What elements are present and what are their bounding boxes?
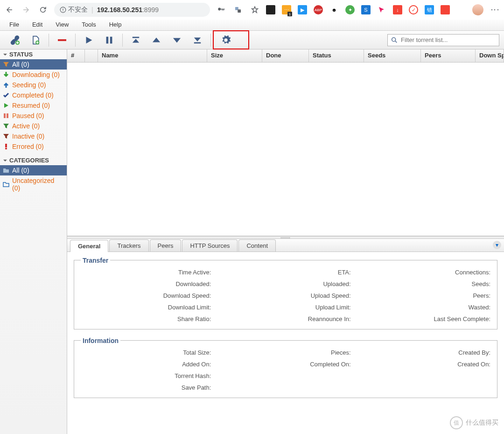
- menu-help[interactable]: Help: [103, 20, 128, 30]
- translate-icon[interactable]: [232, 4, 244, 15]
- col-status[interactable]: Status: [309, 49, 364, 62]
- status-item-active[interactable]: Active (0): [0, 121, 67, 131]
- col-seeds[interactable]: Seeds: [364, 49, 421, 62]
- lbl-downloaded: Downloaded:: [81, 280, 211, 287]
- ext-icon-8[interactable]: [377, 5, 386, 14]
- search-input[interactable]: [401, 36, 496, 43]
- lbl-pieces: Pieces:: [220, 349, 350, 356]
- move-bottom-button[interactable]: [190, 33, 205, 48]
- svg-rect-1: [63, 8, 63, 10]
- filter-icon: [3, 61, 9, 68]
- menu-view[interactable]: View: [49, 20, 75, 30]
- ext-icon-1[interactable]: [266, 5, 275, 14]
- ext-icon-abp[interactable]: ABP: [314, 5, 323, 14]
- add-file-button[interactable]: [28, 33, 43, 48]
- profile-avatar[interactable]: [472, 4, 483, 15]
- reload-button[interactable]: [37, 4, 49, 15]
- transfer-legend: Transfer: [81, 257, 110, 264]
- tab-general[interactable]: General: [70, 240, 108, 252]
- status-item-all[interactable]: All (0): [0, 59, 67, 70]
- svg-rect-2: [63, 11, 63, 11]
- category-item-uncategorized[interactable]: Uncategorized (0): [0, 175, 67, 193]
- col-done[interactable]: Done: [262, 49, 309, 62]
- information-fieldset: Information Total Size: Pieces: Created …: [74, 337, 497, 398]
- browser-toolbar: 不安全 | 192.168.50.251:8999 ⋯ ▶ ABP ☻ ✦ S …: [0, 0, 504, 20]
- torrent-list[interactable]: [67, 63, 504, 236]
- ext-icon-5[interactable]: ☻: [329, 5, 339, 14]
- ext-icon-6[interactable]: ✦: [345, 5, 355, 14]
- folder-icon: [3, 167, 9, 174]
- col-size[interactable]: Size: [207, 49, 262, 62]
- ext-icon-10[interactable]: ✓: [409, 5, 418, 14]
- ext-icon-messages[interactable]: ⋯: [282, 5, 291, 14]
- lbl-created-by: Created By:: [360, 349, 490, 356]
- lbl-time-active: Time Active:: [81, 269, 211, 276]
- ext-icon-11[interactable]: 错: [425, 5, 434, 14]
- filter-active-icon: [3, 123, 9, 129]
- svg-rect-8: [106, 36, 109, 43]
- status-item-errored[interactable]: Errored (0): [0, 141, 67, 152]
- filter-inactive-icon: [3, 133, 9, 140]
- key-icon[interactable]: [216, 4, 227, 15]
- menu-file[interactable]: File: [3, 20, 26, 30]
- back-button[interactable]: [4, 4, 15, 15]
- tab-http-sources[interactable]: HTTP Sources: [182, 239, 238, 252]
- watermark-icon: 值: [450, 416, 463, 429]
- col-name[interactable]: Name: [98, 49, 207, 62]
- collapse-panel-button[interactable]: ▾: [493, 241, 501, 249]
- splitter[interactable]: [67, 236, 504, 239]
- col-peers[interactable]: Peers: [421, 49, 476, 62]
- menu-edit[interactable]: Edit: [26, 20, 49, 30]
- add-link-button[interactable]: [7, 33, 22, 48]
- status-header[interactable]: STATUS: [0, 49, 67, 59]
- url-bar[interactable]: 不安全 | 192.168.50.251:8999: [54, 3, 210, 17]
- col-hash[interactable]: #: [67, 49, 85, 62]
- forward-button[interactable]: [21, 4, 32, 15]
- status-item-resumed[interactable]: Resumed (0): [0, 100, 67, 111]
- ext-icon-3[interactable]: ▶: [298, 5, 307, 14]
- lbl-added-on: Added On:: [81, 361, 211, 368]
- ext-icon-9[interactable]: ↓: [393, 5, 402, 14]
- col-priority[interactable]: [85, 49, 98, 62]
- lbl-created-on: Created On:: [360, 361, 490, 368]
- svg-point-12: [392, 37, 396, 41]
- ext-icon-12[interactable]: [441, 5, 450, 14]
- lbl-total-size: Total Size:: [81, 349, 211, 356]
- lbl-torrent-hash: Torrent Hash:: [81, 372, 211, 379]
- status-item-downloading[interactable]: Downloading (0): [0, 70, 67, 80]
- move-down-button[interactable]: [169, 33, 184, 48]
- menu-dots[interactable]: ⋮: [490, 6, 500, 14]
- menu-tools[interactable]: Tools: [75, 20, 102, 30]
- start-button[interactable]: [81, 33, 96, 48]
- sidebar: STATUS All (0) Downloading (0) Seeding (…: [0, 49, 67, 434]
- category-item-all[interactable]: All (0): [0, 165, 67, 175]
- lbl-save-path: Save Path:: [81, 384, 211, 391]
- lbl-share-ratio: Share Ratio:: [81, 315, 211, 322]
- status-item-inactive[interactable]: Inactive (0): [0, 131, 67, 141]
- upload-icon: [3, 82, 9, 88]
- ext-icon-s[interactable]: S: [361, 5, 371, 14]
- lbl-uploaded: Uploaded:: [220, 280, 350, 287]
- search-box[interactable]: [387, 34, 499, 46]
- check-icon: [3, 92, 9, 98]
- ext-icon-13[interactable]: ⋮: [456, 5, 466, 14]
- categories-header[interactable]: CATEGORIES: [0, 155, 67, 165]
- tab-trackers[interactable]: Trackers: [109, 239, 148, 252]
- svg-rect-9: [110, 36, 112, 43]
- search-icon: [391, 36, 398, 44]
- settings-button[interactable]: [218, 33, 233, 48]
- error-icon: [3, 143, 9, 150]
- tab-content[interactable]: Content: [238, 239, 276, 252]
- remove-button[interactable]: [55, 33, 70, 48]
- col-down-speed[interactable]: Down Sp: [476, 49, 504, 62]
- pause-button[interactable]: [102, 33, 117, 48]
- move-top-button[interactable]: [128, 33, 143, 48]
- tab-peers[interactable]: Peers: [150, 239, 182, 252]
- status-item-paused[interactable]: Paused (0): [0, 111, 67, 121]
- status-item-completed[interactable]: Completed (0): [0, 90, 67, 100]
- lbl-last-seen: Last Seen Complete:: [360, 315, 490, 322]
- move-up-button[interactable]: [149, 33, 164, 48]
- status-item-seeding[interactable]: Seeding (0): [0, 80, 67, 90]
- star-icon[interactable]: [249, 4, 260, 15]
- url-host: 192.168.50.251:8999: [97, 6, 159, 14]
